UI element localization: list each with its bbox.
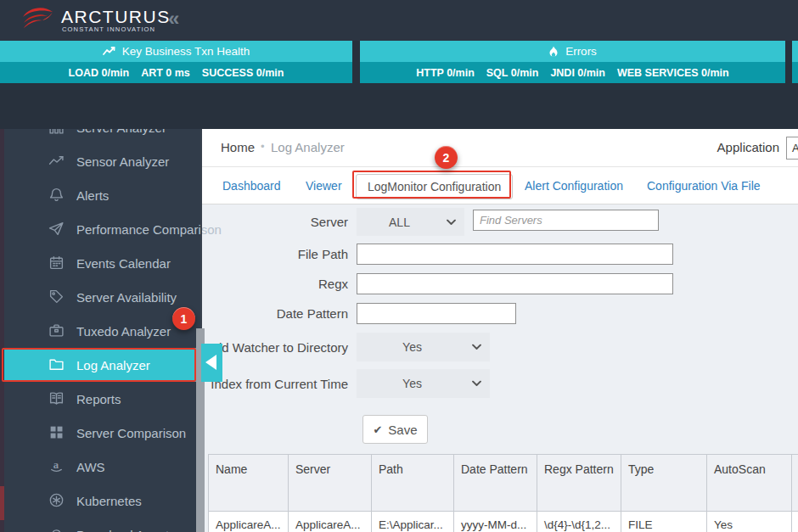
table-cell-name: ApplicareA... bbox=[209, 512, 289, 532]
bell-icon bbox=[48, 187, 65, 204]
table-cell-server: ApplicareA... bbox=[289, 512, 372, 532]
application-label: Application bbox=[717, 140, 779, 154]
book-icon bbox=[48, 390, 65, 407]
tab-dashboard[interactable]: Dashboard bbox=[222, 179, 281, 193]
metric-stat: WEB SERVICES 0/min bbox=[617, 67, 729, 79]
sidebar-item-kubernetes[interactable]: Kubernetes bbox=[0, 484, 201, 518]
left-edge-strip bbox=[0, 83, 4, 532]
top-header: ARCTURUS CONSTANT INNOVATION « bbox=[0, 0, 798, 41]
sidebar-item-server-availability[interactable]: Server Availability bbox=[0, 280, 201, 314]
table-cell-autoscan: Yes bbox=[707, 512, 792, 532]
kubernetes-icon bbox=[48, 492, 65, 509]
sidebar-item-server-comparison[interactable]: Server Comparison bbox=[0, 416, 201, 450]
date-pattern-input[interactable] bbox=[357, 303, 516, 324]
table-cell-path: E:\Applicar... bbox=[372, 512, 454, 532]
metric-panel-title: Key Business Txn Health bbox=[122, 45, 250, 58]
file-path-label: File Path bbox=[201, 247, 348, 261]
add-watcher-select-value: Yes bbox=[357, 340, 468, 354]
sidebar-collapse-button[interactable]: « bbox=[168, 7, 179, 31]
sidebar-item-label: Sensor Analyzer bbox=[76, 154, 169, 169]
table-header-clipped: I C bbox=[792, 455, 798, 512]
tab-viewer[interactable]: Viewer bbox=[306, 179, 342, 193]
metrics-bar: Key Business Txn Health LOAD 0/min ART 0… bbox=[0, 41, 798, 83]
save-button[interactable]: ✔ Save bbox=[362, 415, 428, 444]
index-from-label: Index from Current Time bbox=[201, 377, 348, 391]
regx-label: Regx bbox=[201, 277, 348, 291]
flame-icon bbox=[548, 46, 559, 58]
tab-configuration-via-file[interactable]: Configuration Via File bbox=[647, 179, 761, 193]
left-edge-strip-red bbox=[0, 486, 4, 520]
save-button-label: Save bbox=[388, 423, 417, 437]
server-select[interactable]: ALL bbox=[357, 208, 464, 236]
regx-input[interactable] bbox=[357, 273, 673, 294]
arrow-left-icon bbox=[205, 355, 216, 370]
brand-name: ARCTURUS bbox=[61, 7, 171, 27]
metric-stat: HTTP 0/min bbox=[416, 67, 475, 79]
table-header-server: Server bbox=[289, 455, 372, 512]
metric-panel-clipped bbox=[792, 41, 798, 83]
breadcrumb-separator: • bbox=[261, 140, 265, 153]
app-window: ARCTURUS CONSTANT INNOVATION « Key Busin… bbox=[0, 0, 798, 532]
index-from-select[interactable]: Yes bbox=[357, 369, 490, 398]
tab-bar: Dashboard Viewer LogMonitor Configuratio… bbox=[201, 167, 798, 204]
table-cell-type: FILE bbox=[621, 512, 707, 532]
sidebar-item-tuxedo-analyzer[interactable]: Tuxedo Analyzer bbox=[0, 314, 201, 348]
sidebar-item-label: Server Availability bbox=[76, 290, 177, 305]
table-header-name: Name bbox=[209, 455, 289, 512]
tab-logmonitor-configuration[interactable]: LogMonitor Configuration bbox=[356, 174, 513, 199]
breadcrumb-current: Log Analyzer bbox=[271, 140, 345, 154]
application-select[interactable]: A bbox=[786, 137, 798, 160]
amazon-icon: a bbox=[48, 458, 65, 475]
table-cell-clipped: Y bbox=[792, 512, 798, 532]
sidebar-item-performance-comparison[interactable]: Performance Comparison bbox=[0, 212, 201, 246]
paper-plane-icon bbox=[48, 221, 65, 238]
sidebar-item-label: Alerts bbox=[76, 188, 109, 203]
sidebar-item-label: Reports bbox=[76, 392, 121, 406]
grid-icon bbox=[48, 424, 65, 441]
breadcrumb-home[interactable]: Home bbox=[221, 140, 255, 154]
date-pattern-label: Date Pattern bbox=[201, 306, 348, 321]
metric-panel-key-business[interactable]: Key Business Txn Health LOAD 0/min ART 0… bbox=[0, 41, 352, 83]
metric-panel-title: Errors bbox=[565, 45, 597, 58]
sidebar-item-sensor-analyzer[interactable]: Sensor Analyzer bbox=[0, 144, 201, 178]
tab-alert-configuration[interactable]: Alert Configuration bbox=[525, 179, 623, 193]
table-cell-regx-pattern: \d{4}-\d{1,2... bbox=[537, 512, 621, 532]
index-from-select-value: Yes bbox=[357, 377, 468, 390]
add-watcher-select[interactable]: Yes bbox=[357, 333, 490, 361]
sidebar-collapse-grip[interactable] bbox=[201, 344, 222, 382]
brand-tagline: CONSTANT INNOVATION bbox=[62, 25, 155, 33]
breadcrumb-bar: Home • Log Analyzer Application A bbox=[201, 129, 798, 167]
dark-band bbox=[0, 83, 798, 129]
sidebar-item-label: AWS bbox=[76, 460, 105, 474]
folder-icon bbox=[48, 356, 65, 373]
file-path-input[interactable] bbox=[357, 244, 673, 265]
briefcase-icon bbox=[48, 322, 65, 339]
chevron-down-icon bbox=[472, 381, 481, 387]
cloud-download-icon bbox=[48, 526, 65, 532]
find-servers-input[interactable] bbox=[473, 210, 659, 231]
server-label: Server bbox=[201, 215, 348, 229]
sidebar-item-aws[interactable]: a AWS bbox=[0, 450, 201, 484]
metric-stat: LOAD 0/min bbox=[69, 67, 130, 79]
svg-text:a: a bbox=[53, 459, 59, 471]
sidebar-item-label: Events Calendar bbox=[76, 256, 171, 271]
metric-panel-errors[interactable]: Errors HTTP 0/min SQL 0/min JNDI 0/min W… bbox=[360, 41, 785, 83]
metric-stat: ART 0 ms bbox=[141, 67, 190, 79]
metric-stat: SQL 0/min bbox=[486, 67, 539, 79]
table-header-regx-pattern: Regx Pattern bbox=[537, 455, 621, 512]
table-header-path: Path bbox=[372, 455, 454, 512]
sidebar-item-log-analyzer[interactable]: Log Analyzer bbox=[0, 348, 201, 382]
arcturus-logo-icon bbox=[19, 5, 58, 36]
table-header-date-pattern: Date Pattern bbox=[454, 455, 537, 512]
check-icon: ✔ bbox=[373, 423, 382, 436]
table-header-type: Type bbox=[621, 455, 707, 512]
server-select-value: ALL bbox=[357, 216, 442, 229]
metric-stat: JNDI 0/min bbox=[550, 67, 605, 79]
sidebar-item-reports[interactable]: Reports bbox=[0, 382, 201, 416]
sidebar-item-alerts[interactable]: Alerts bbox=[0, 178, 201, 212]
table-header-autoscan: AutoScan bbox=[707, 455, 792, 512]
sidebar-item-events-calendar[interactable]: Events Calendar bbox=[0, 246, 201, 280]
table-cell-date-pattern: yyyy-MM-d... bbox=[454, 512, 537, 532]
tag-icon bbox=[48, 288, 65, 305]
sidebar-item-download-agents[interactable]: Download Agents bbox=[0, 518, 201, 532]
